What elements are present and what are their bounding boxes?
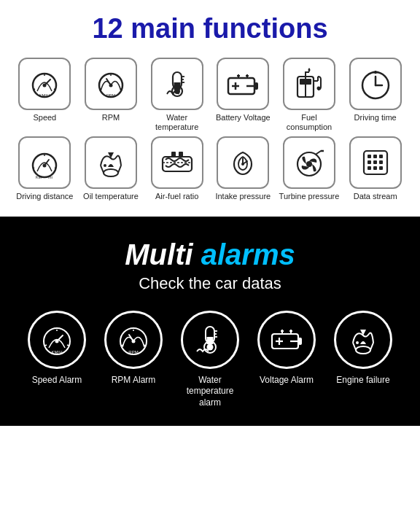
svg-rect-65 (368, 155, 371, 158)
function-item-speed: KM/H Speed (13, 58, 77, 132)
svg-line-62 (316, 151, 321, 154)
function-item-battery: Battery Voltage (211, 58, 275, 132)
speed-label: Speed (33, 113, 56, 122)
alarm-item-engine: Engine failure (329, 311, 398, 409)
rpm-icon-box: RPM (85, 58, 137, 110)
svg-text:KM: KM (36, 175, 42, 179)
function-item-turbine: Turbine pressure (278, 136, 341, 201)
svg-rect-72 (373, 166, 377, 170)
multi-word: Multi (125, 238, 201, 271)
fuel-icon (292, 66, 327, 101)
svg-line-80 (67, 345, 69, 346)
svg-text:RPM: RPM (106, 93, 116, 98)
svg-rect-68 (368, 160, 371, 164)
air-fuel-icon (160, 145, 195, 180)
water-alarm-icon (191, 321, 229, 359)
data-stream-icon-box (349, 136, 402, 189)
svg-line-50 (101, 166, 104, 173)
svg-point-49 (104, 169, 118, 176)
water-temp-label: Water temperature (145, 113, 209, 132)
intake-label: Intake pressure (215, 192, 271, 201)
function-item-intake: Intake pressure (211, 136, 275, 201)
voltage-alarm-icon (268, 321, 306, 359)
svg-point-104 (356, 346, 370, 354)
svg-point-2 (43, 84, 47, 88)
svg-text:KM/H: KM/H (39, 93, 50, 98)
svg-line-85 (122, 345, 123, 346)
speed-icon: KM/H (27, 66, 62, 101)
driving-time-label: Driving time (354, 113, 397, 122)
battery-label: Battery Voltage (216, 113, 271, 122)
svg-rect-55 (171, 152, 176, 157)
rpm-alarm-label: RPM Alarm (112, 375, 156, 386)
svg-point-107 (356, 341, 359, 344)
speed-alarm-label: Speed Alarm (32, 375, 82, 386)
function-item-fuel: Fuel consumption (278, 58, 341, 132)
oil-temp-label: Oil temperature (83, 192, 139, 201)
top-section: 12 main functions KM/H Speed (0, 0, 420, 217)
svg-rect-96 (298, 338, 302, 345)
function-item-water-temp: Water temperature (145, 58, 209, 132)
water-temp-icon (160, 66, 195, 101)
rpm-alarm-icon: RPM (114, 321, 152, 359)
function-item-driving-time: Driving time (343, 58, 407, 132)
turbine-icon (292, 145, 327, 180)
svg-point-83 (132, 339, 136, 343)
rpm-alarm-circle: RPM (104, 311, 163, 369)
svg-point-61 (306, 161, 312, 167)
driving-time-icon-box (349, 58, 402, 110)
svg-line-48 (55, 168, 56, 168)
alarm-item-speed: KM/H Speed Alarm (23, 311, 92, 409)
turbine-label: Turbine pressure (279, 192, 340, 201)
alarm-item-water: Water temperature alarm (176, 311, 245, 409)
subtitle: Check the car datas (7, 274, 413, 293)
function-item-oil-temp: Oil temperature (79, 136, 143, 201)
svg-point-34 (316, 87, 320, 90)
driving-distance-icon: KM mi (27, 145, 62, 180)
function-item-data-stream: Data stream (343, 136, 407, 201)
battery-icon-box (217, 58, 269, 110)
svg-line-13 (120, 89, 122, 90)
svg-rect-70 (379, 160, 383, 164)
svg-rect-73 (379, 166, 383, 170)
svg-rect-69 (373, 160, 377, 164)
driving-time-icon (358, 66, 393, 101)
data-stream-label: Data stream (354, 192, 397, 201)
oil-temp-icon-box (85, 136, 137, 189)
main-title: 12 main functions (7, 13, 413, 44)
svg-rect-56 (179, 152, 183, 157)
rpm-icon: RPM (93, 66, 128, 101)
fuel-label: Fuel consumption (278, 113, 341, 132)
turbine-icon-box (283, 136, 335, 189)
battery-icon (225, 66, 260, 101)
svg-line-4 (34, 89, 35, 90)
svg-rect-71 (368, 166, 371, 170)
function-item-air-fuel: Air-fuel ratio (145, 136, 209, 201)
function-item-rpm: RPM RPM (79, 58, 143, 132)
air-fuel-label: Air-fuel ratio (155, 192, 198, 201)
svg-line-11 (100, 89, 101, 90)
svg-point-52 (104, 164, 106, 167)
bottom-section: Multi alarms Check the car datas KM/H Sp… (0, 217, 420, 427)
svg-text:mi: mi (48, 175, 52, 179)
voltage-alarm-circle (257, 311, 316, 369)
voltage-alarm-label: Voltage Alarm (260, 375, 314, 386)
intake-icon-box (217, 136, 269, 189)
water-alarm-circle (181, 311, 239, 369)
svg-rect-66 (373, 155, 377, 158)
speed-icon-box: KM/H (18, 58, 71, 110)
svg-rect-22 (254, 82, 258, 90)
svg-point-91 (207, 343, 214, 350)
water-temp-icon-box (151, 58, 203, 110)
alarms-grid: KM/H Speed Alarm RPM (7, 311, 413, 409)
svg-line-105 (353, 343, 356, 350)
svg-line-87 (144, 345, 145, 346)
engine-alarm-circle (334, 311, 392, 369)
svg-text:KM/H: KM/H (52, 350, 63, 354)
svg-line-106 (370, 343, 373, 350)
air-fuel-icon-box (151, 136, 203, 189)
alarms-word: alarms (201, 238, 295, 271)
svg-rect-67 (379, 155, 383, 158)
intake-icon (225, 145, 260, 180)
driving-distance-label: Driving distance (16, 192, 73, 201)
